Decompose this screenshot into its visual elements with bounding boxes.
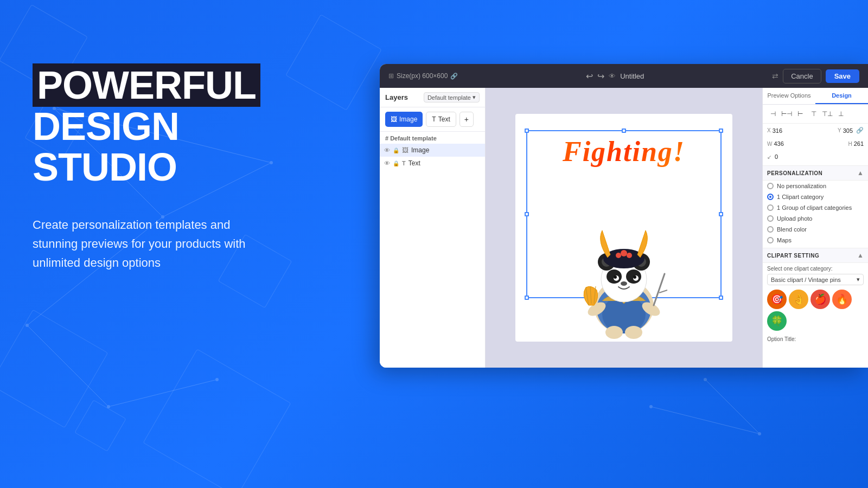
- option-upload-photo-label: Upload photo: [777, 215, 812, 222]
- layer-item-text[interactable]: 👁 🔒 T Text: [380, 157, 485, 170]
- svg-point-33: [616, 253, 621, 258]
- handle-mr[interactable]: [719, 212, 723, 216]
- svg-point-15: [758, 432, 761, 435]
- size-icon: ⊞: [388, 72, 394, 80]
- handle-ml[interactable]: [525, 212, 529, 216]
- link-coord-icon: 🔗: [856, 127, 864, 134]
- align-right-button[interactable]: ⊢: [794, 108, 806, 120]
- add-image-button[interactable]: 🖼 Image: [385, 112, 423, 127]
- cancel-button[interactable]: Cancle: [783, 69, 821, 84]
- clipart-emoji-1: 👌: [793, 293, 805, 305]
- x-field: X 316: [767, 127, 782, 134]
- w-field: W 436: [767, 140, 784, 147]
- clipart-item-0[interactable]: 🎯: [767, 290, 787, 309]
- radio-no-personalization[interactable]: [767, 183, 774, 189]
- option-title-label: Option Title:: [763, 334, 868, 344]
- rotation-value: 0: [775, 153, 778, 160]
- svg-line-41: [654, 274, 665, 305]
- option-1-group[interactable]: 1 Group of clipart categories: [763, 202, 868, 213]
- option-1-clipart[interactable]: 1 Clipart category: [763, 191, 868, 202]
- titlebar-right: ⇄ Cancle Save: [772, 69, 859, 84]
- canvas-bg: Fighting!: [515, 114, 732, 342]
- link-icon: 🔗: [450, 73, 458, 80]
- y-value: 305: [843, 127, 853, 134]
- tab-design[interactable]: Design: [815, 88, 868, 104]
- tab-preview-options[interactable]: Preview Options: [763, 88, 815, 104]
- handle-tl[interactable]: [525, 129, 529, 133]
- option-maps[interactable]: Maps: [763, 235, 868, 246]
- svg-line-42: [659, 290, 667, 293]
- template-label: Default template: [427, 94, 471, 101]
- clipart-section-title: CLIPART SETTING: [767, 253, 819, 259]
- lock-icon: 🔒: [393, 147, 399, 153]
- radio-1-clipart[interactable]: [767, 194, 774, 200]
- right-panel: Preview Options Design ⊣ ⊢⊣ ⊢ ⊤ ⊤⊥ ⊥ X 3…: [762, 88, 868, 368]
- size-label: Size(px) 600×600: [397, 72, 448, 80]
- fighting-text: Fighting!: [563, 136, 685, 168]
- clipart-dropdown[interactable]: Basic clipart / Vintage pins ▾: [767, 274, 864, 285]
- handle-bl[interactable]: [525, 296, 529, 300]
- option-blend-color[interactable]: Blend color: [763, 224, 868, 235]
- add-text-button[interactable]: T Text: [426, 112, 456, 127]
- x-label: X: [767, 127, 771, 133]
- save-button[interactable]: Save: [826, 69, 859, 83]
- headline: POWERFUL DESIGN STUDIO: [33, 65, 282, 188]
- option-no-personalization[interactable]: No personalization: [763, 181, 868, 191]
- align-left-button[interactable]: ⊣: [767, 108, 779, 120]
- right-panel-tabs: Preview Options Design: [763, 88, 868, 105]
- handle-br[interactable]: [719, 296, 723, 300]
- clipart-item-2[interactable]: 🍎: [810, 290, 830, 309]
- svg-point-27: [621, 281, 627, 286]
- svg-point-43: [605, 326, 623, 339]
- clipart-select-label: Select one clipart category:: [763, 263, 868, 273]
- clipart-item-1[interactable]: 👌: [789, 290, 808, 309]
- clipart-toggle[interactable]: ▲: [857, 252, 864, 259]
- personalization-toggle[interactable]: ▲: [857, 169, 864, 177]
- layers-header: Layers Default template ▾: [380, 88, 485, 107]
- option-upload-photo[interactable]: Upload photo: [763, 213, 868, 224]
- clipart-item-3[interactable]: 🔥: [832, 290, 852, 309]
- app-window: ⊞ Size(px) 600×600 🔗 ↩ ↪ 👁 Untitled ⇄ Ca…: [380, 64, 868, 368]
- headline-line1: POWERFUL: [33, 63, 260, 107]
- h-label: H: [848, 141, 852, 147]
- radio-1-group[interactable]: [767, 204, 774, 211]
- align-top-button[interactable]: ⊤: [808, 108, 820, 120]
- template-selector[interactable]: Default template ▾: [424, 92, 480, 102]
- coords-row-1: X 316 Y 305 🔗: [763, 124, 868, 137]
- layer-text-label: Text: [409, 159, 420, 167]
- x-value: 316: [773, 127, 782, 134]
- align-center-h-button[interactable]: ⊢⊣: [781, 108, 793, 120]
- layers-panel: Layers Default template ▾ 🖼 Image T Text…: [380, 88, 486, 368]
- headline-line3: STUDIO: [33, 145, 177, 189]
- svg-point-12: [107, 405, 110, 408]
- svg-point-25: [614, 275, 617, 279]
- layer-item-image[interactable]: 👁 🔒 🖼 Image: [380, 144, 485, 157]
- radio-maps[interactable]: [767, 237, 774, 243]
- undo-button[interactable]: ↩: [586, 71, 593, 81]
- add-plus-button[interactable]: +: [459, 112, 474, 127]
- personalization-section-header: PERSONALIZATION ▲: [763, 165, 868, 181]
- radio-upload-photo[interactable]: [767, 215, 774, 222]
- eye-icon: 👁: [384, 147, 390, 153]
- handle-tr[interactable]: [719, 129, 723, 133]
- svg-point-13: [215, 378, 219, 381]
- align-middle-v-button[interactable]: ⊤⊥: [821, 108, 833, 120]
- titlebar-center: ↩ ↪ 👁 Untitled: [464, 71, 765, 81]
- rotation-icon: ↙: [767, 154, 771, 160]
- clipart-item-4[interactable]: 🍀: [767, 311, 787, 331]
- svg-point-34: [621, 250, 627, 256]
- redo-button[interactable]: ↪: [597, 71, 604, 81]
- layer-image-label: Image: [411, 146, 429, 154]
- radio-blend-color[interactable]: [767, 226, 774, 233]
- y-label: Y: [838, 127, 841, 133]
- canvas-area[interactable]: Fighting!: [486, 88, 762, 368]
- clipart-section-header: CLIPART SETTING ▲: [763, 248, 868, 263]
- personalization-title: PERSONALIZATION: [767, 170, 822, 176]
- svg-line-5: [108, 380, 217, 407]
- panda-illustration: [570, 220, 678, 339]
- svg-point-14: [649, 405, 653, 408]
- svg-point-16: [704, 378, 707, 381]
- left-section: POWERFUL DESIGN STUDIO Create personaliz…: [33, 65, 282, 272]
- handle-tc[interactable]: [622, 129, 626, 133]
- align-bottom-button[interactable]: ⊥: [835, 108, 847, 120]
